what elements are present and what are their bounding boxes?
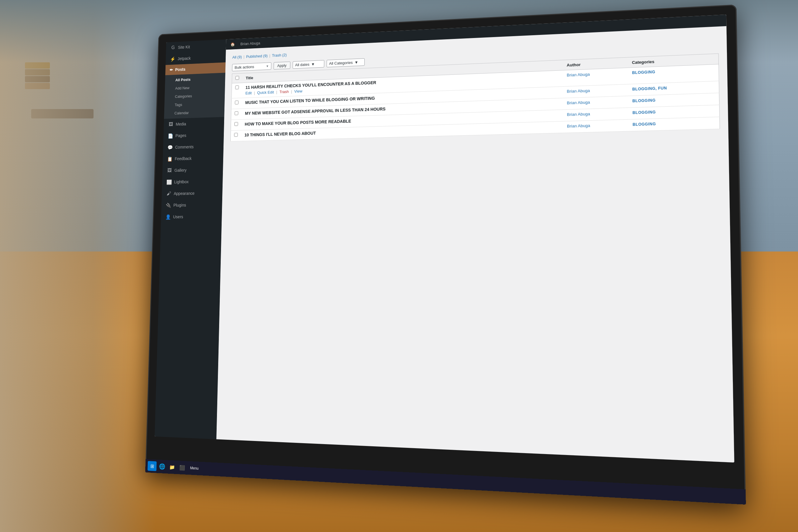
post-author-3[interactable]: Brian Abuga <box>567 100 590 105</box>
date-filter-select[interactable]: All dates ▼ <box>292 60 324 69</box>
category-filter-select[interactable]: All Categories ▼ <box>326 58 364 67</box>
posts-section-label: Posts <box>175 67 186 72</box>
sidebar-item-appearance[interactable]: 🖌 Appearance <box>162 187 222 200</box>
bulk-actions-chevron-icon: ▼ <box>266 64 269 68</box>
post-category-1[interactable]: BLOGGING <box>632 70 656 75</box>
sidebar-item-gallery[interactable]: 🖼 Gallery <box>163 164 223 176</box>
bulk-actions-select[interactable]: Bulk actions ▼ <box>232 62 271 71</box>
sidebar-item-pages-label: Pages <box>175 133 186 138</box>
sidebar-item-plugins[interactable]: 🔌 Plugins <box>161 199 222 211</box>
taskbar-start-button[interactable]: ⊞ <box>148 461 156 471</box>
desk-tray <box>31 109 94 118</box>
wp-content: All (9) | Published (9) | Trash (2) <box>216 26 735 462</box>
post-action-view-1[interactable]: View <box>294 89 302 94</box>
book-stack <box>25 62 50 90</box>
row-checkbox-4[interactable] <box>234 122 238 126</box>
sidebar-item-feedback[interactable]: 📋 Feedback <box>163 152 224 165</box>
sidebar-item-lightbox[interactable]: ⬜ Lightbox <box>162 175 223 188</box>
post-category-2[interactable]: BLOGGING, FUN <box>632 86 667 91</box>
jetpack-icon: ⚡ <box>170 56 175 62</box>
date-chevron-icon: ▼ <box>311 62 315 67</box>
users-icon: 👤 <box>166 214 171 220</box>
sidebar-item-plugins-label: Plugins <box>173 203 186 207</box>
sidebar-item-pages[interactable]: 📄 Pages <box>163 129 224 142</box>
post-action-edit-1[interactable]: Edit <box>245 91 251 95</box>
posts-icon: ✏ <box>170 68 173 72</box>
sidebar-item-appearance-label: Appearance <box>174 191 194 196</box>
date-filter-label: All dates <box>295 62 309 67</box>
sidebar-item-comments-label: Comments <box>175 145 194 150</box>
filter-all[interactable]: All (9) <box>232 55 242 59</box>
category-chevron-icon: ▼ <box>355 60 358 65</box>
topbar-visit-site[interactable]: Brian Abuga <box>240 41 260 46</box>
taskbar-terminal-button[interactable]: ⬛ <box>178 462 187 473</box>
row-checkbox-2[interactable] <box>235 101 239 105</box>
lightbox-icon: ⬜ <box>167 179 172 185</box>
taskbar-browser-button[interactable]: 🌐 <box>157 461 167 472</box>
taskbar-menu-label[interactable]: Menu <box>188 465 201 472</box>
category-filter-label: All Categories <box>329 60 353 65</box>
browser-icon: 🌐 <box>159 463 165 470</box>
gallery-icon: 🖼 <box>167 167 172 173</box>
feedback-icon: 📋 <box>167 156 173 162</box>
row-checkbox-5[interactable] <box>234 133 238 136</box>
sidebar-item-comments[interactable]: 💬 Comments <box>163 140 224 153</box>
post-action-trash-1[interactable]: Trash <box>279 90 289 94</box>
posts-section: ✏ Posts All Posts Add New Categories Tag… <box>164 62 226 119</box>
files-icon: 📁 <box>169 464 175 470</box>
pages-icon: 📄 <box>168 133 173 139</box>
windows-icon: ⊞ <box>150 463 154 469</box>
filter-published[interactable]: Published (9) <box>246 54 267 59</box>
comments-icon: 💬 <box>167 144 173 150</box>
sidebar-item-media[interactable]: 🖼 Media <box>164 117 224 130</box>
select-all-header[interactable] <box>232 73 243 83</box>
action-separator: | <box>254 91 255 95</box>
row-checkbox-1[interactable] <box>235 86 239 90</box>
bulk-actions-label: Bulk actions <box>234 64 254 70</box>
sitekit-icon: G <box>170 44 176 51</box>
post-category-4[interactable]: BLOGGING <box>632 110 656 115</box>
sidebar-item-feedback-label: Feedback <box>174 156 191 161</box>
plugins-icon: 🔌 <box>166 202 171 208</box>
post-category-5[interactable]: BLOGGING <box>632 122 656 127</box>
post-author-1[interactable]: Brian Abuga <box>567 72 590 78</box>
wp-sidebar: G Site Kit ⚡ Jetpack ✏ Posts All Posts A… <box>155 39 226 439</box>
sidebar-item-calendar[interactable]: Calendar <box>164 108 225 118</box>
row-checkbox-3[interactable] <box>235 111 239 115</box>
apply-button[interactable]: Apply <box>273 61 290 70</box>
appearance-icon: 🖌 <box>166 191 172 197</box>
posts-submenu: All Posts Add New Categories Tags Calend… <box>164 73 225 119</box>
select-all-checkbox[interactable] <box>235 76 239 80</box>
filter-trash[interactable]: Trash (2) <box>272 53 287 58</box>
post-action-quick-edit-1[interactable]: Quick Edit <box>257 90 274 95</box>
sidebar-item-gallery-label: Gallery <box>174 168 186 173</box>
media-icon: 🖼 <box>168 121 174 128</box>
action-separator: | <box>291 89 292 94</box>
sidebar-item-sitekit-label: Site Kit <box>178 44 190 50</box>
sidebar-item-users-label: Users <box>173 214 183 219</box>
sidebar-item-jetpack-label: Jetpack <box>178 56 191 61</box>
post-category-3[interactable]: BLOGGING <box>632 98 656 103</box>
sidebar-item-lightbox-label: Lightbox <box>174 179 189 185</box>
sidebar-item-media-label: Media <box>176 121 186 127</box>
screen: G Site Kit ⚡ Jetpack ✏ Posts All Posts A… <box>155 15 735 462</box>
taskbar-files-button[interactable]: 📁 <box>167 462 177 472</box>
action-separator: | <box>276 90 277 94</box>
monitor-wrapper: G Site Kit ⚡ Jetpack ✏ Posts All Posts A… <box>145 4 746 505</box>
wp-main: 🏠 Brian Abuga All (9) | Published (9) <box>216 15 735 462</box>
terminal-icon: ⬛ <box>179 465 185 471</box>
post-author-5[interactable]: Brian Abuga <box>567 123 590 128</box>
sidebar-item-users[interactable]: 👤 Users <box>161 211 222 223</box>
topbar-home[interactable]: 🏠 <box>230 42 235 47</box>
post-author-2[interactable]: Brian Abuga <box>567 88 590 94</box>
post-author-4[interactable]: Brian Abuga <box>567 112 590 117</box>
